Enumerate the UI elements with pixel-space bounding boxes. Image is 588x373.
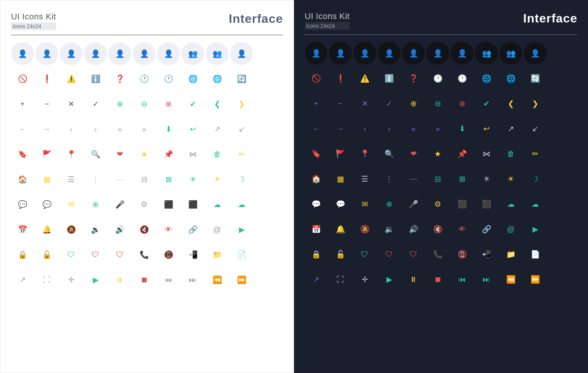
dark-icon-sun: ☀ (499, 167, 522, 190)
dark-icon-edit: ✏ (524, 142, 547, 165)
dark-icon-pin: 📍 (353, 142, 376, 165)
dark-icon-info: ℹ️ (378, 67, 400, 90)
dark-icon-user-lock: 👤 (451, 42, 474, 65)
light-title: UI Icons Kit (11, 12, 56, 22)
dark-icon-pause: ⏸ (402, 268, 425, 291)
dark-icon-lock: 🔒 (305, 243, 327, 266)
light-row-media: ↗ ⛶ ✛ ▶ ⏸ ⏹ ⏮ ⏭ ⏪ ⏩ (11, 268, 283, 291)
dark-icon-location: 📌 (451, 142, 474, 165)
dark-icon-globe-2: ⊕ (378, 193, 400, 215)
dark-icon-filter: ⊠ (451, 167, 474, 190)
dark-icon-double-right: » (426, 117, 449, 140)
dark-icon-user-remove: 👤 (378, 42, 400, 65)
dark-icon-shield-check: 🛡 (402, 243, 425, 266)
icon-dots-v: ⋮ (84, 168, 107, 191)
dark-icon-collapse: ↙ (524, 117, 547, 140)
dark-icon-play: ▶ (378, 268, 400, 291)
dark-icon-star: ★ (426, 142, 449, 165)
light-category: Interface (229, 12, 283, 26)
dark-icon-minus-circle: ⊖ (426, 92, 449, 115)
dark-subtitle: Icons 24x24 (305, 22, 350, 30)
dark-icon-fast-forward: ⏩ (524, 268, 547, 291)
icon-users-alt: 👥 (206, 42, 229, 65)
dark-icon-bell-off: 🔕 (353, 218, 376, 241)
icon-settings: ⚙ (133, 193, 156, 216)
dark-icon-toggle: ⬛ (451, 193, 474, 215)
dark-icon-unlock: 🔓 (329, 243, 352, 266)
dark-row-controls: + − ✕ ✓ ⊕ ⊖ ⊗ ✔ ❮ ❯ (305, 92, 577, 115)
light-header-left: UI Icons Kit Icons 24x24 (11, 12, 56, 30)
icon-check: ✓ (84, 92, 107, 115)
dark-title: UI Icons Kit (305, 11, 350, 21)
dark-icon-plus-circle: ⊕ (402, 92, 425, 115)
dark-row-users: 👤 👤 👤 👤 👤 👤 👤 👥 👥 👤 (305, 42, 577, 65)
dark-icon-globe-alt: 🌐 (499, 67, 522, 90)
icon-user-check: 👤 (133, 42, 156, 65)
dark-icon-clock: 🕐 (426, 67, 449, 90)
icon-phone-in: 📲 (181, 243, 204, 266)
icon-arrow-left: ← (11, 118, 34, 140)
icon-toggle-alt: ⬛ (181, 193, 204, 216)
icon-history: 🕐 (157, 67, 180, 90)
dark-icon-plus: + (305, 92, 327, 115)
dark-icon-cloud-alt: ☁ (524, 193, 547, 215)
icon-skip-back: ⏮ (157, 268, 180, 291)
icon-chat: 💬 (35, 193, 58, 216)
icon-dots-h: ⋯ (108, 168, 131, 191)
dark-icon-angle-right: › (378, 117, 400, 140)
dark-row-actions: 🔖 🚩 📍 🔍 ❤ ★ 📌 ⋈ 🗑 ✏ (305, 142, 577, 165)
dark-icon-enter: ↩ (475, 117, 498, 140)
icon-cloud-alt: ☁ (230, 193, 253, 216)
icon-angle-left: ‹ (60, 118, 83, 140)
icon-double-right: » (133, 118, 156, 140)
icon-shield-alert: 🛡 (84, 243, 107, 266)
icon-heart: ❤ (108, 143, 131, 166)
icon-arrow-right: → (35, 118, 58, 140)
dark-icon-user-add: 👤 (329, 42, 352, 65)
dark-row-arrows: ← → ‹ › « » ⬇ ↩ ↗ ↙ (305, 117, 577, 140)
icon-plus-circle: ⊕ (108, 92, 131, 115)
icon-user-arrow: 👤 (108, 42, 131, 65)
light-row-nav: 🏠 ▦ ☰ ⋮ ⋯ ⊟ ⊠ ✳ ☀ ☽ (11, 168, 283, 191)
icon-volume-off: 🔇 (133, 218, 156, 241)
icon-refresh: 🔄 (230, 67, 253, 90)
icon-folder: 📁 (206, 243, 229, 266)
dark-icon-refresh: 🔄 (524, 67, 547, 90)
icon-globe: 🌐 (181, 67, 204, 90)
dark-icon-moon: ☽ (524, 167, 547, 190)
light-row-comm: 💬 💬 ✉ ⊕ 🎤 ⚙ ⬛ ⬛ ☁ ☁ (11, 193, 283, 216)
icon-user-lock: 👤 (157, 42, 180, 65)
dark-icon-phone-in: 📲 (475, 243, 498, 266)
icon-chevron-left: ❮ (206, 92, 229, 115)
dark-icon-folder: 📁 (499, 243, 522, 266)
dark-icon-chevron-right: ❯ (524, 92, 547, 115)
icon-lock: 🔒 (11, 243, 34, 266)
dark-header: UI Icons Kit Icons 24x24 Interface (305, 11, 577, 35)
dark-row-media: ↗ ⛶ ✛ ▶ ⏸ ⏹ ⏮ ⏭ ⏪ ⏩ (305, 268, 577, 291)
dark-icon-volume-off: 🔇 (426, 218, 449, 241)
dark-icon-close-circle: ⊗ (451, 92, 474, 115)
dark-icon-dots-v: ⋮ (378, 167, 400, 190)
dark-icon-question: ❓ (402, 67, 425, 90)
dark-icon-eye: 👁 (451, 218, 474, 241)
icon-moon: ☽ (230, 168, 253, 191)
icon-unlock: 🔓 (35, 243, 58, 266)
light-panel: UI Icons Kit Icons 24x24 Interface 👤 👤 👤… (0, 0, 294, 373)
dark-icon-skip-back: ⏮ (451, 268, 474, 291)
dark-row-nav: 🏠 ▦ ☰ ⋮ ⋯ ⊟ ⊠ ✳ ☀ ☽ (305, 167, 577, 190)
icon-download: ⬇ (157, 118, 180, 140)
icon-shield: 🛡 (60, 243, 83, 266)
icon-user-circle: 👤 (230, 42, 253, 65)
icon-block: 🚫 (11, 67, 34, 90)
dark-icon-block: 🚫 (305, 67, 327, 90)
dark-icon-home: 🏠 (305, 167, 327, 190)
dark-row-comm: 💬 💬 ✉ ⊕ 🎤 ⚙ ⬛ ⬛ ☁ ☁ (305, 193, 577, 215)
icon-user-edit: 👤 (60, 42, 83, 65)
light-icon-grid: 👤 👤 👤 👤 👤 👤 👤 👥 👥 👤 🚫 ❗ ⚠️ ℹ️ ❓ 🕐 🕐 🌐 🌐 … (11, 42, 283, 365)
icon-user: 👤 (11, 42, 34, 65)
dark-header-left: UI Icons Kit Icons 24x24 (305, 11, 350, 30)
icon-clock: 🕐 (133, 67, 156, 90)
icon-flag: 🚩 (35, 143, 58, 166)
icon-external-link: ↗ (11, 268, 34, 291)
light-row-users: 👤 👤 👤 👤 👤 👤 👤 👥 👥 👤 (11, 42, 283, 65)
